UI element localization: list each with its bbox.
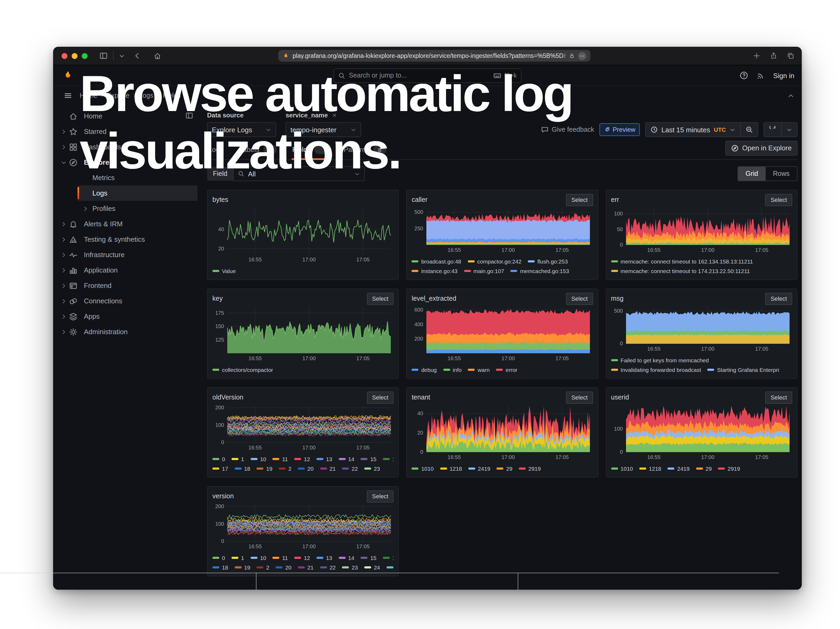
select-button[interactable]: Select: [566, 391, 593, 403]
legend-item[interactable]: 1218: [639, 465, 661, 472]
legend-item[interactable]: memcache: connect timeout to 162.134.158…: [611, 258, 753, 265]
select-button[interactable]: Select: [766, 292, 792, 305]
legend-item[interactable]: 2419: [468, 465, 490, 472]
legend-item[interactable]: compactor.go:242: [467, 258, 521, 265]
open-in-explore-button[interactable]: Open in Explore: [725, 141, 797, 155]
legend-item[interactable]: Failed to get keys from memcached: [611, 357, 709, 363]
legend-item[interactable]: 14: [338, 555, 354, 561]
legend-item[interactable]: 2419: [668, 465, 690, 472]
sidebar-item-logs[interactable]: Logs: [77, 185, 197, 201]
legend-item[interactable]: memcached.go:153: [510, 268, 569, 274]
back-icon[interactable]: [133, 52, 141, 60]
sidebar-item-frontend[interactable]: Frontend: [53, 278, 202, 293]
legend-item[interactable]: 2919: [519, 465, 541, 472]
legend-item[interactable]: 24: [364, 564, 380, 571]
legend-item[interactable]: 11: [273, 456, 288, 462]
legend-item[interactable]: instance.go:43: [412, 268, 458, 274]
sidebar-item-administration[interactable]: Administration: [53, 324, 202, 340]
sidebar-item-infrastructure[interactable]: Infrastructure: [53, 247, 202, 262]
legend-item[interactable]: memcache: connect timeout to 174.213.22.…: [611, 268, 750, 274]
refresh-interval-button[interactable]: [782, 122, 797, 137]
legend-item[interactable]: 18: [234, 465, 250, 472]
legend-item[interactable]: 29: [497, 465, 512, 472]
legend-item[interactable]: info: [443, 367, 462, 373]
legend-item[interactable]: 0: [212, 456, 225, 462]
legend-item[interactable]: 17: [212, 465, 228, 472]
legend-item[interactable]: 16: [383, 456, 394, 462]
legend-item[interactable]: 15: [361, 456, 376, 462]
home-browser-icon[interactable]: [153, 52, 161, 60]
sidebar-item-alerts-irm[interactable]: Alerts & IRM: [53, 216, 202, 232]
legend-item[interactable]: 19: [234, 564, 250, 571]
preview-badge[interactable]: Preview: [600, 123, 639, 136]
sidebar-item-testing-synthetics[interactable]: Testing & synthetics: [53, 232, 202, 247]
legend-item[interactable]: 22: [342, 465, 358, 472]
sidebar-item-profiles[interactable]: Profiles: [77, 201, 202, 216]
legend-item[interactable]: 13: [316, 456, 332, 462]
tab-overview-icon[interactable]: [787, 52, 794, 60]
chevron-up-icon[interactable]: [788, 92, 794, 99]
legend-item[interactable]: 1010: [412, 465, 434, 472]
legend-item[interactable]: 21: [298, 564, 314, 571]
minimize-window-button[interactable]: [72, 53, 77, 59]
view-rows-button[interactable]: Rows: [766, 167, 797, 181]
legend-item[interactable]: 15: [361, 555, 376, 561]
legend-item[interactable]: 18: [212, 564, 228, 571]
select-button[interactable]: Select: [367, 391, 394, 403]
help-icon[interactable]: [740, 71, 748, 80]
legend-item[interactable]: 25: [386, 564, 393, 571]
legend-item[interactable]: 20: [298, 465, 314, 472]
legend-item[interactable]: Invalidating forwarded broadcast: [611, 367, 701, 373]
legend-item[interactable]: 29: [696, 465, 712, 472]
legend-item[interactable]: 16: [383, 555, 394, 561]
legend-item[interactable]: 12: [294, 456, 310, 462]
legend-item[interactable]: 2: [257, 564, 270, 571]
chevron-down-icon[interactable]: [119, 53, 125, 59]
legend-item[interactable]: warn: [468, 367, 490, 373]
legend-item[interactable]: 1010: [611, 465, 633, 472]
legend-item[interactable]: 10: [250, 555, 266, 561]
url-bar[interactable]: play.grafana.org/a/grafana-lokiexplore-a…: [278, 50, 591, 62]
legend-item[interactable]: error: [496, 367, 517, 373]
legend-item[interactable]: 23: [364, 465, 380, 472]
sidebar-item-apps[interactable]: Apps: [53, 309, 202, 324]
legend-item[interactable]: Starting Grafana Enterpri: [707, 367, 779, 373]
legend-item[interactable]: 1: [232, 456, 244, 462]
legend-item[interactable]: 19: [257, 465, 272, 472]
news-rss-icon[interactable]: [757, 71, 765, 79]
select-button[interactable]: Select: [367, 490, 394, 502]
legend-item[interactable]: 11: [273, 555, 288, 561]
zoom-window-button[interactable]: [82, 53, 88, 59]
legend-item[interactable]: 2: [279, 465, 292, 472]
select-button[interactable]: Select: [766, 391, 792, 403]
zoom-out-time-button[interactable]: [741, 122, 758, 137]
select-button[interactable]: Select: [766, 194, 792, 206]
legend-item[interactable]: 22: [320, 564, 336, 571]
legend-item[interactable]: 14: [338, 456, 354, 462]
legend-item[interactable]: flush.go:253: [528, 258, 568, 265]
legend-item[interactable]: 2919: [718, 465, 740, 472]
legend-item[interactable]: 12: [294, 555, 310, 561]
legend-item[interactable]: 21: [320, 465, 336, 472]
time-range-picker[interactable]: Last 15 minutes UTC: [645, 122, 741, 137]
select-button[interactable]: Select: [566, 292, 593, 305]
menu-icon[interactable]: [64, 92, 72, 100]
legend-item[interactable]: 20: [276, 564, 291, 571]
legend-item[interactable]: broadcast.go:48: [412, 258, 461, 265]
legend-item[interactable]: 1: [232, 555, 244, 561]
sidebar-toggle-icon[interactable]: [99, 52, 108, 60]
legend-item[interactable]: 10: [250, 456, 266, 462]
legend-item[interactable]: 1218: [440, 465, 462, 472]
sidebar-item-application[interactable]: Application: [53, 262, 202, 278]
grafana-logo[interactable]: [63, 70, 73, 81]
new-tab-icon[interactable]: [753, 52, 760, 60]
legend-item[interactable]: main.go:107: [464, 268, 504, 274]
legend-item[interactable]: Value: [212, 268, 236, 274]
legend-item[interactable]: 23: [342, 564, 358, 571]
legend-item[interactable]: 13: [316, 555, 332, 561]
view-grid-button[interactable]: Grid: [738, 167, 766, 181]
select-button[interactable]: Select: [367, 292, 394, 305]
refresh-button[interactable]: [764, 122, 782, 137]
legend-item[interactable]: 0: [212, 555, 225, 561]
select-button[interactable]: Select: [566, 194, 593, 206]
